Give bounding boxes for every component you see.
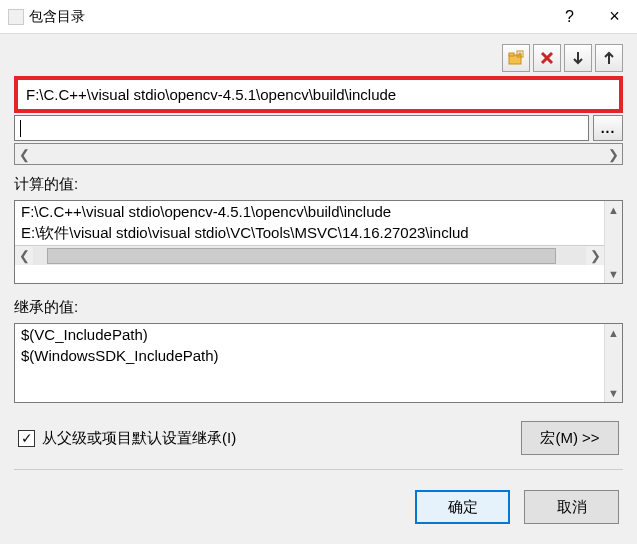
- inherited-label: 继承的值:: [14, 298, 623, 317]
- vertical-scrollbar[interactable]: ▲ ▼: [604, 201, 622, 283]
- list-item: E:\软件\visual stdio\visual stdio\VC\Tools…: [15, 222, 604, 245]
- help-button[interactable]: ?: [547, 0, 592, 34]
- list-item: $(WindowsSDK_IncludePath): [15, 345, 604, 366]
- svg-rect-1: [509, 53, 514, 56]
- edit-row: ...: [14, 115, 623, 141]
- scroll-left-icon[interactable]: ❮: [15, 246, 33, 266]
- highlighted-path-row: F:\C.C++\visual stdio\opencv-4.5.1\openc…: [14, 76, 623, 113]
- inherit-checkbox-label: 从父级或项目默认设置继承(I): [42, 429, 236, 448]
- computed-label: 计算的值:: [14, 175, 623, 194]
- ok-button[interactable]: 确定: [415, 490, 510, 524]
- horizontal-scrollbar[interactable]: ❮ ❯: [14, 143, 623, 165]
- delete-button[interactable]: [533, 44, 561, 72]
- scrollbar-thumb[interactable]: [47, 248, 556, 264]
- toolbar: [14, 44, 623, 72]
- macro-button[interactable]: 宏(M) >>: [521, 421, 619, 455]
- cancel-button[interactable]: 取消: [524, 490, 619, 524]
- check-icon: ✓: [21, 431, 33, 445]
- dialog-title: 包含目录: [29, 8, 85, 26]
- move-up-button[interactable]: [595, 44, 623, 72]
- computed-values-listbox[interactable]: F:\C.C++\visual stdio\opencv-4.5.1\openc…: [14, 200, 623, 284]
- divider: [14, 469, 623, 470]
- path-text[interactable]: F:\C.C++\visual stdio\opencv-4.5.1\openc…: [20, 82, 617, 107]
- scroll-right-icon[interactable]: ❯: [604, 144, 622, 164]
- new-folder-button[interactable]: [502, 44, 530, 72]
- titlebar: 包含目录 ? ×: [0, 0, 637, 34]
- browse-button[interactable]: ...: [593, 115, 623, 141]
- path-input[interactable]: [14, 115, 589, 141]
- list-item: F:\C.C++\visual stdio\opencv-4.5.1\openc…: [15, 201, 604, 222]
- scroll-right-icon[interactable]: ❯: [586, 246, 604, 266]
- scroll-down-icon[interactable]: ▼: [605, 384, 622, 402]
- move-down-button[interactable]: [564, 44, 592, 72]
- close-button[interactable]: ×: [592, 0, 637, 34]
- scroll-up-icon[interactable]: ▲: [605, 201, 622, 219]
- list-item: $(VC_IncludePath): [15, 324, 604, 345]
- scroll-up-icon[interactable]: ▲: [605, 324, 622, 342]
- horizontal-scrollbar[interactable]: ❮ ❯: [15, 245, 604, 265]
- inherit-checkbox[interactable]: ✓: [18, 430, 35, 447]
- inherit-checkbox-wrap[interactable]: ✓ 从父级或项目默认设置继承(I): [18, 429, 236, 448]
- vertical-scrollbar[interactable]: ▲ ▼: [604, 324, 622, 402]
- dialog-icon: [8, 9, 24, 25]
- inherited-values-listbox[interactable]: $(VC_IncludePath) $(WindowsSDK_IncludePa…: [14, 323, 623, 403]
- scroll-down-icon[interactable]: ▼: [605, 265, 622, 283]
- scroll-left-icon[interactable]: ❮: [15, 144, 33, 164]
